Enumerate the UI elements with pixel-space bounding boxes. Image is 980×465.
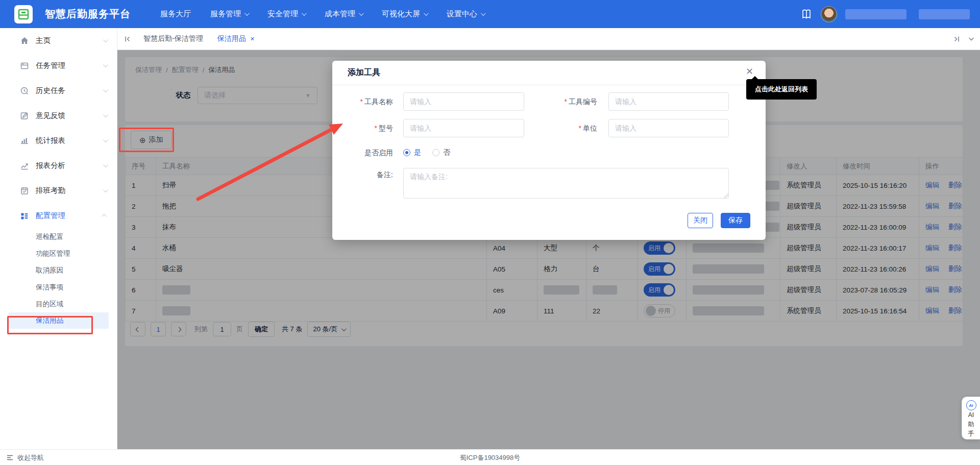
- username-redacted: [845, 9, 906, 19]
- menu-item-label: 服务管理: [210, 9, 241, 19]
- sidebar-sub-item[interactable]: 取消原因: [0, 262, 117, 279]
- tabs-scroll-right-icon[interactable]: [953, 35, 961, 43]
- sidebar-item[interactable]: 报表分析: [0, 153, 117, 178]
- sidebar-item[interactable]: 配置管理: [0, 203, 117, 228]
- chevron-down-icon: [359, 11, 364, 16]
- radio-option-no[interactable]: 否: [432, 148, 450, 157]
- navbar-menu-item[interactable]: 成本管理: [325, 9, 362, 19]
- navbar-menu-item[interactable]: 可视化大屏: [382, 9, 427, 19]
- sidebar-sub-item[interactable]: 保洁事项: [0, 279, 117, 296]
- navbar-menu-item[interactable]: 安全管理: [267, 9, 305, 19]
- chevron-icon: [103, 137, 108, 142]
- menu-item-label: 安全管理: [267, 9, 298, 19]
- chevron-icon: [103, 162, 108, 167]
- sidebar-sub-item[interactable]: 功能区管理: [0, 245, 117, 262]
- tab-bar-controls: [953, 35, 975, 43]
- radio-option-yes[interactable]: 是: [403, 148, 421, 157]
- modal-close-icon[interactable]: ✕: [746, 66, 753, 77]
- chevron-icon: [102, 214, 107, 219]
- sidebar-item[interactable]: 意见反馈: [0, 103, 117, 128]
- app-window: 智慧后勤服务平台 服务大厅 服务管理 安全管理 成本管理 可视化大屏 设置中心: [0, 0, 980, 465]
- sidebar-sub-item[interactable]: 巡检配置: [0, 228, 117, 245]
- tool-name-input[interactable]: [403, 92, 524, 111]
- schedule-icon: [19, 186, 30, 196]
- sidebar-item-label: 配置管理: [36, 211, 65, 221]
- menu-item-label: 可视化大屏: [382, 9, 420, 19]
- sidebar-sub-item-label: 目的区域: [36, 300, 63, 309]
- tab-cleaning-supplies[interactable]: 保洁用品 ✕: [212, 31, 260, 46]
- radio-selected-icon: [403, 149, 410, 156]
- required-star: *: [579, 124, 581, 132]
- footer: 蜀ICP备19034998号 收起导航: [0, 449, 980, 465]
- chevron-down-icon: [302, 11, 307, 16]
- report-icon: [19, 136, 30, 146]
- tab-bar: 智慧后勤-保洁管理 保洁用品 ✕: [117, 28, 980, 50]
- sidebar-item-label: 意见反馈: [36, 111, 65, 120]
- navbar-menu-item[interactable]: 服务大厅: [160, 9, 191, 19]
- return-to-list-tooltip: 点击此处返回列表: [746, 79, 817, 100]
- menu-item-label: 服务大厅: [160, 9, 191, 19]
- home-icon: [19, 36, 30, 46]
- navbar-menu-item[interactable]: 设置中心: [447, 9, 484, 19]
- collapse-nav-button[interactable]: 收起导航: [6, 450, 44, 465]
- sidebar-item-label: 历史任务: [36, 86, 65, 95]
- manual-book-icon[interactable]: [800, 8, 813, 20]
- sidebar-sub-item-label: 保洁用品: [36, 316, 63, 325]
- sidebar-item[interactable]: 历史任务: [0, 78, 117, 103]
- app-title: 智慧后勤服务平台: [45, 7, 131, 21]
- sidebar-sub-item-label: 取消原因: [36, 266, 63, 275]
- menu-item-label: 设置中心: [447, 9, 477, 19]
- app-logo-icon: [14, 5, 33, 23]
- user-avatar[interactable]: [821, 6, 837, 22]
- navbar-menu: 服务大厅 服务管理 安全管理 成本管理 可视化大屏 设置中心: [160, 9, 484, 19]
- task-icon: [19, 61, 30, 71]
- sidebar-sub-item[interactable]: 目的区域: [0, 296, 117, 312]
- sidebar-item-label: 主页: [36, 36, 51, 45]
- modal-title: 添加工具: [348, 67, 380, 78]
- sidebar-item-label: 任务管理: [36, 61, 65, 70]
- modal-save-button[interactable]: 保存: [721, 213, 750, 228]
- required-star: *: [360, 97, 363, 106]
- ai-icon: AI: [966, 400, 976, 410]
- ai-label: 手: [968, 429, 974, 438]
- chevron-down-icon: [244, 11, 250, 16]
- tool-code-label: *工具编号: [531, 92, 602, 111]
- ai-label: AI: [968, 411, 974, 420]
- required-star: *: [375, 124, 377, 132]
- chevron-icon: [103, 112, 108, 117]
- ai-label: 助: [968, 420, 974, 429]
- enabled-label: 是否启用: [332, 143, 398, 162]
- model-input[interactable]: [403, 119, 524, 137]
- sidebar-item[interactable]: 统计报表: [0, 128, 117, 153]
- sidebar-sub-item-label: 巡检配置: [36, 232, 63, 241]
- model-label: *型号: [332, 119, 398, 137]
- tab-cleaning-management[interactable]: 智慧后勤-保洁管理: [138, 31, 208, 46]
- collapse-nav-label: 收起导航: [17, 453, 44, 462]
- history-icon: [19, 86, 30, 96]
- tab-close-icon[interactable]: ✕: [250, 36, 255, 42]
- menu-item-label: 成本管理: [325, 9, 355, 19]
- sidebar-item[interactable]: 主页: [0, 28, 117, 53]
- ai-assistant-button[interactable]: AI AI 助 手: [962, 397, 980, 439]
- tool-name-label: *工具名称: [332, 92, 398, 111]
- sidebar-item[interactable]: 排班考勤: [0, 178, 117, 203]
- tool-code-input[interactable]: [608, 92, 729, 111]
- top-navbar: 智慧后勤服务平台 服务大厅 服务管理 安全管理 成本管理 可视化大屏 设置中心: [0, 0, 980, 28]
- sidebar-item-label: 排班考勤: [36, 186, 65, 195]
- chevron-down-icon: [481, 11, 486, 16]
- modal-cancel-button[interactable]: 关闭: [688, 213, 713, 228]
- chevron-down-icon: [424, 11, 429, 16]
- sidebar-sub-item[interactable]: 保洁用品: [8, 312, 109, 329]
- icp-record-text: 蜀ICP备19034998号: [0, 450, 980, 465]
- navbar-menu-item[interactable]: 服务管理: [210, 9, 248, 19]
- sidebar-sub-item-label: 保洁事项: [36, 283, 63, 292]
- remark-textarea[interactable]: [403, 168, 729, 199]
- tab-label: 智慧后勤-保洁管理: [143, 34, 203, 43]
- tabs-scroll-left-icon[interactable]: [124, 35, 131, 43]
- collapse-icon: [6, 454, 14, 461]
- sidebar-item[interactable]: 任务管理: [0, 53, 117, 78]
- chevron-icon: [103, 87, 108, 92]
- tabs-menu-chevron-icon[interactable]: [968, 35, 975, 42]
- tab-label: 保洁用品: [217, 34, 246, 43]
- unit-input[interactable]: [608, 119, 729, 137]
